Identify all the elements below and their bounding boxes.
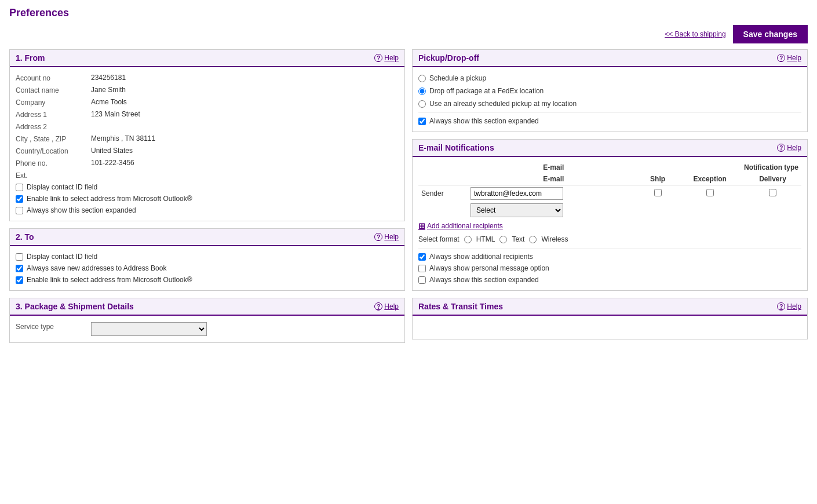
email-section-title: E-mail Notifications (418, 143, 494, 152)
always-show-personal-checkbox[interactable] (418, 265, 426, 272)
field-address2: Address 2 (16, 120, 399, 133)
field-address1: Address 1 123 Main Street (16, 108, 399, 120)
to-help-icon: ? (374, 233, 382, 241)
schedule-pickup-radio[interactable] (418, 75, 426, 82)
rates-section-title: Rates & Transit Times (418, 302, 503, 311)
field-country: Country/Location United States (16, 145, 399, 157)
pickup-help-icon: ? (777, 54, 785, 62)
dropoff-radio[interactable] (418, 87, 426, 95)
pickup-radio-schedule[interactable]: Schedule a pickup (418, 72, 801, 85)
email-col: E-mail (468, 173, 640, 185)
recipient-select-dropdown[interactable]: Select (470, 203, 563, 217)
field-account-no: Account no 234256181 (16, 72, 399, 84)
rates-help-link[interactable]: ? Help (777, 302, 801, 311)
format-html-radio[interactable] (464, 236, 472, 243)
to-display-contact-id-checkbox[interactable] (16, 253, 23, 261)
package-help-link[interactable]: ? Help (374, 302, 399, 311)
format-text-radio[interactable] (499, 236, 507, 243)
save-changes-button[interactable]: Save changes (733, 25, 808, 43)
sender-label: Sender (418, 185, 468, 202)
sender-col-header (418, 173, 468, 185)
service-type-dropdown[interactable] (91, 322, 207, 336)
sender-email-input[interactable] (470, 187, 563, 200)
page-title: Preferences (9, 7, 808, 19)
sender-row: Sender (418, 185, 801, 202)
notif-type-header: Notification type (640, 162, 801, 173)
email-help-link[interactable]: ? Help (777, 144, 801, 152)
field-company: Company Acme Tools (16, 96, 399, 108)
email-help-icon: ? (777, 144, 785, 152)
pickup-radio-scheduled-location[interactable]: Use an already scheduled pickup at my lo… (418, 97, 801, 110)
pickup-always-show-checkbox-row[interactable]: Always show this section expanded (418, 115, 801, 127)
to-enable-outlook-checkbox[interactable] (16, 276, 23, 284)
field-phone: Phone no. 101-222-3456 (16, 157, 399, 169)
to-section-title: 2. To (16, 232, 34, 242)
pickup-help-link[interactable]: ? Help (777, 54, 801, 62)
delivery-col: Delivery (744, 173, 801, 185)
rates-help-icon: ? (777, 302, 785, 311)
field-contact-name: Contact name Jane Smith (16, 84, 399, 96)
to-section: 2. To ? Help Display contact ID field Al… (9, 228, 405, 291)
pickup-section: Pickup/Drop-off ? Help Schedule a pickup… (412, 49, 808, 132)
field-ext: Ext. (16, 169, 399, 181)
scheduled-location-radio[interactable] (418, 100, 426, 108)
package-section: 3. Package & Shipment Details ? Help Ser… (9, 298, 405, 343)
from-checkbox-enable-outlook[interactable]: Enable link to select address from Micro… (16, 193, 399, 204)
add-icon: ⊞ (418, 221, 425, 231)
from-section: 1. From ? Help Account no 234256181 Cont… (9, 49, 405, 221)
sender-ship-checkbox[interactable] (654, 189, 662, 196)
email-col-email-header: E-mail (468, 162, 640, 173)
sender-exception-checkbox[interactable] (706, 189, 714, 196)
email-checkbox-always-show-section[interactable]: Always show this section expanded (418, 274, 801, 286)
pickup-always-show-checkbox[interactable] (418, 118, 426, 125)
exception-col: Exception (676, 173, 744, 185)
format-row: Select format HTML Text Wireless (418, 233, 801, 246)
email-checkbox-always-show-personal[interactable]: Always show personal message option (418, 262, 801, 274)
from-display-contact-id-checkbox[interactable] (16, 184, 23, 191)
to-save-addresses-checkbox[interactable] (16, 265, 23, 272)
package-help-icon: ? (374, 302, 382, 311)
format-wireless-radio[interactable] (529, 236, 537, 243)
select-row: Select (418, 202, 801, 219)
to-checkbox-display-contact-id[interactable]: Display contact ID field (16, 251, 399, 262)
add-recipients-link[interactable]: ⊞ Add additional recipients (418, 221, 801, 231)
rates-section: Rates & Transit Times ? Help (412, 298, 808, 339)
to-checkbox-enable-outlook[interactable]: Enable link to select address from Micro… (16, 274, 399, 286)
from-always-show-checkbox[interactable] (16, 207, 23, 214)
to-checkbox-save-addresses[interactable]: Always save new addresses to Address Boo… (16, 262, 399, 274)
from-enable-outlook-checkbox[interactable] (16, 195, 23, 203)
pickup-section-title: Pickup/Drop-off (418, 53, 479, 63)
from-section-title: 1. From (16, 53, 45, 63)
email-section: E-mail Notifications ? Help E-mail Notif… (412, 139, 808, 291)
pickup-radio-dropoff[interactable]: Drop off package at a FedEx location (418, 85, 801, 97)
email-col-empty (418, 162, 468, 173)
sender-delivery-checkbox[interactable] (769, 189, 776, 196)
from-checkbox-always-show[interactable]: Always show this section expanded (16, 204, 399, 216)
ship-col: Ship (640, 173, 676, 185)
field-service-type: Service type (16, 320, 399, 338)
from-checkbox-display-contact-id[interactable]: Display contact ID field (16, 181, 399, 193)
from-help-link[interactable]: ? Help (374, 54, 399, 62)
email-always-show-section-checkbox[interactable] (418, 276, 426, 284)
back-to-shipping-link[interactable]: << Back to shipping (665, 30, 725, 38)
email-checkbox-always-show-additional[interactable]: Always show additional recipients (418, 251, 801, 262)
field-city-state-zip: City , State , ZIP Memphis , TN 38111 (16, 133, 399, 145)
to-help-link[interactable]: ? Help (374, 233, 399, 241)
always-show-additional-checkbox[interactable] (418, 253, 426, 261)
from-help-icon: ? (374, 54, 382, 62)
package-section-title: 3. Package & Shipment Details (16, 302, 134, 311)
